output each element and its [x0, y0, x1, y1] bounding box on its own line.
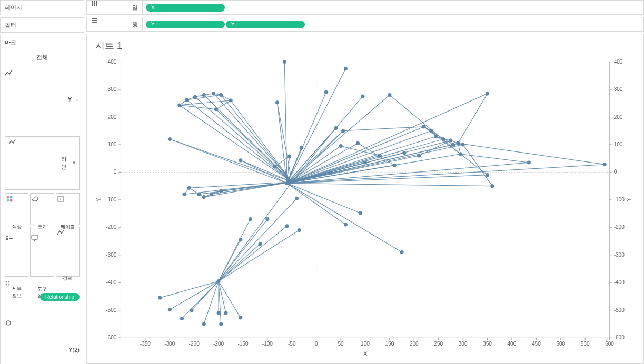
- color-button[interactable]: 색상: [5, 193, 28, 226]
- svg-point-145: [180, 317, 184, 320]
- path-button[interactable]: 경로: [56, 227, 80, 277]
- svg-rect-21: [92, 18, 97, 19]
- row-pill-y1[interactable]: Y: [146, 21, 225, 28]
- color-icon: [5, 195, 28, 223]
- rows-icon: [91, 17, 129, 31]
- svg-point-157: [285, 224, 289, 228]
- svg-point-154: [249, 217, 252, 221]
- label-button[interactable]: T 레이블: [56, 193, 80, 226]
- svg-text:T: T: [59, 197, 62, 201]
- svg-text:-100: -100: [614, 197, 625, 203]
- svg-text:-100: -100: [106, 197, 117, 203]
- rows-label: 행: [87, 17, 143, 31]
- marks-all-button[interactable]: 전체: [1, 49, 84, 66]
- svg-point-4: [32, 199, 34, 201]
- tooltip-icon: [31, 234, 53, 279]
- svg-line-81: [287, 183, 402, 252]
- svg-point-17: [6, 321, 11, 325]
- columns-label: 열: [87, 1, 143, 14]
- filters-shelf[interactable]: 필터: [0, 17, 84, 33]
- svg-point-174: [273, 165, 276, 168]
- svg-text:0: 0: [315, 341, 318, 347]
- svg-text:150: 150: [385, 341, 394, 347]
- svg-point-164: [185, 98, 189, 102]
- svg-point-189: [441, 137, 445, 141]
- svg-text:-300: -300: [106, 252, 117, 258]
- svg-line-141: [336, 96, 363, 128]
- svg-rect-10: [9, 236, 13, 236]
- svg-point-179: [300, 146, 303, 149]
- svg-point-5: [34, 197, 38, 201]
- svg-text:100: 100: [614, 141, 623, 147]
- svg-point-146: [190, 308, 193, 312]
- svg-text:300: 300: [459, 341, 468, 347]
- path-icon: [56, 229, 79, 274]
- column-pill-x[interactable]: X: [146, 4, 225, 12]
- circle-icon: [5, 319, 65, 364]
- svg-point-172: [285, 181, 289, 185]
- detail-icon: [5, 234, 28, 279]
- svg-point-169: [229, 98, 233, 102]
- marks-y-row[interactable]: Y ⌄: [1, 66, 84, 133]
- svg-point-176: [334, 126, 338, 130]
- chart[interactable]: -350-300-250-200-150-100-500501001502002…: [94, 54, 636, 361]
- svg-line-54: [221, 95, 292, 182]
- svg-point-3: [10, 199, 13, 201]
- svg-text:350: 350: [483, 341, 492, 347]
- svg-point-206: [603, 163, 607, 166]
- svg-line-31: [170, 281, 219, 310]
- svg-line-122: [458, 143, 605, 164]
- relationship-pill[interactable]: Relationship: [40, 293, 80, 301]
- svg-line-86: [287, 131, 431, 184]
- svg-text:400: 400: [508, 341, 517, 347]
- columns-shelf[interactable]: 열 X: [86, 0, 644, 15]
- svg-text:200: 200: [108, 114, 117, 120]
- tooltip-button[interactable]: 도구 설명: [30, 227, 54, 277]
- svg-text:-150: -150: [237, 341, 249, 347]
- svg-line-142: [390, 95, 461, 154]
- pages-shelf[interactable]: 페이지: [0, 0, 84, 15]
- svg-text:-400: -400: [106, 279, 117, 285]
- svg-point-212: [219, 189, 223, 193]
- svg-point-190: [449, 139, 452, 143]
- svg-point-208: [187, 186, 191, 190]
- svg-point-191: [456, 141, 460, 145]
- sheet-title[interactable]: 시트 1: [95, 39, 636, 52]
- detail-button[interactable]: 세부 정보: [5, 227, 28, 277]
- svg-rect-11: [9, 238, 13, 239]
- svg-point-156: [265, 217, 269, 221]
- svg-text:-500: -500: [614, 307, 625, 313]
- size-button[interactable]: 크기: [30, 193, 54, 226]
- filters-title: 필터: [1, 18, 84, 32]
- svg-point-165: [193, 95, 197, 99]
- svg-point-168: [219, 93, 223, 97]
- svg-line-135: [287, 128, 336, 183]
- svg-line-115: [287, 165, 605, 184]
- svg-line-44: [219, 230, 299, 281]
- svg-point-13: [6, 281, 7, 283]
- svg-point-143: [158, 296, 162, 300]
- marks-y2-row[interactable]: Y(2): [1, 316, 84, 364]
- svg-point-153: [239, 238, 242, 241]
- svg-line-121: [460, 154, 529, 163]
- svg-line-119: [463, 145, 492, 186]
- svg-point-177: [341, 129, 345, 133]
- rows-shelf[interactable]: 행 Y Y: [86, 17, 644, 32]
- svg-point-148: [217, 311, 221, 315]
- mark-type-select[interactable]: 라인 ▾: [5, 136, 80, 190]
- svg-text:-200: -200: [213, 341, 224, 347]
- svg-point-162: [168, 137, 172, 141]
- columns-icon: [91, 1, 129, 14]
- svg-point-198: [378, 154, 382, 157]
- svg-point-151: [239, 316, 242, 319]
- svg-rect-9: [6, 238, 8, 240]
- svg-point-194: [459, 152, 462, 156]
- svg-text:-600: -600: [614, 335, 625, 340]
- svg-line-49: [180, 105, 292, 182]
- svg-text:Y: Y: [626, 198, 632, 201]
- svg-point-213: [361, 95, 364, 98]
- svg-line-125: [189, 182, 292, 188]
- svg-line-120: [458, 94, 488, 143]
- row-pill-y2[interactable]: Y: [226, 21, 305, 28]
- svg-rect-20: [96, 1, 97, 6]
